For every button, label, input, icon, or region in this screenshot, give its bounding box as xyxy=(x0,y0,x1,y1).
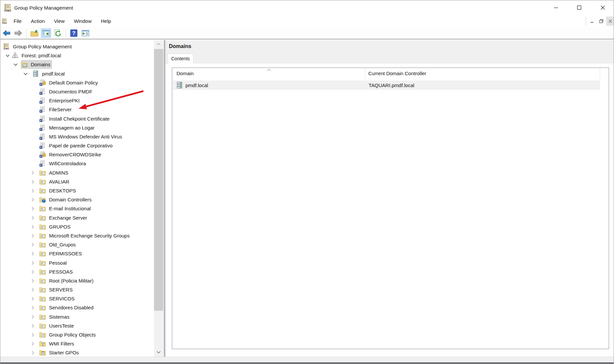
tree-item-enterprisepki[interactable]: EnterprisePKI xyxy=(0,96,153,105)
tree-item-group-policy-management[interactable]: Group Policy Management xyxy=(0,42,153,51)
tree-item-content[interactable]: Install Chekpoint Certificate xyxy=(39,114,111,123)
tree-item-group-policy-objects[interactable]: Group Policy Objects xyxy=(0,330,153,339)
tree-item-content[interactable]: Domains xyxy=(21,60,52,69)
tree-item-wmi-filters[interactable]: WMI Filters xyxy=(0,339,153,348)
menu-item-view[interactable]: View xyxy=(49,16,69,27)
tree-item-domain-controllers[interactable]: Domain Controllers xyxy=(0,195,153,204)
tree-item-permissoes[interactable]: PERMISSOES xyxy=(0,249,153,258)
scrollbar-up-button[interactable] xyxy=(154,40,163,48)
chevron-right-icon[interactable] xyxy=(29,233,36,239)
close-button[interactable] xyxy=(593,0,612,15)
tree-item-content[interactable]: Starter GPOs xyxy=(39,348,80,357)
tree-item-admins[interactable]: ADMINS xyxy=(0,168,153,177)
tree-item-content[interactable]: ADMINS xyxy=(39,168,70,177)
chevron-right-icon[interactable] xyxy=(29,250,36,257)
tree-item-content[interactable]: Group Policy Objects xyxy=(39,330,97,339)
menu-item-window[interactable]: Window xyxy=(69,16,96,27)
chevron-down-icon[interactable] xyxy=(4,52,11,59)
tree-item-content[interactable]: Old_Grupos xyxy=(39,240,77,249)
tree-item-wificontroladora[interactable]: WifiControladora xyxy=(0,159,153,168)
chevron-right-icon[interactable] xyxy=(29,323,36,329)
chevron-right-icon[interactable] xyxy=(29,295,36,302)
scrollbar-down-button[interactable] xyxy=(154,348,163,356)
tree-item-content[interactable]: Domain Controllers xyxy=(39,195,93,204)
tree-item-content[interactable]: Documentos PMDF xyxy=(39,87,94,96)
tree-item-servers[interactable]: SERVERS xyxy=(0,285,153,294)
chevron-right-icon[interactable] xyxy=(29,205,36,212)
tree-item-content[interactable]: Sistemas xyxy=(39,312,71,321)
child-restore-button[interactable] xyxy=(597,17,606,26)
tree-item-microsoft-exchange-security-groups[interactable]: Microsoft Exchange Security Groups xyxy=(0,231,153,240)
tree-item-usersteste[interactable]: UsersTeste xyxy=(0,321,153,330)
tree-item-content[interactable]: Papel de parede Corporativo xyxy=(39,141,114,150)
tree-item-content[interactable]: Microsoft Exchange Security Groups xyxy=(39,231,131,240)
tree-item-old-grupos[interactable]: Old_Grupos xyxy=(0,240,153,249)
tree-item-documentos-pmdf[interactable]: Documentos PMDF xyxy=(0,87,153,96)
tree-item-desktops[interactable]: DESKTOPS xyxy=(0,186,153,195)
help-button[interactable] xyxy=(69,28,79,38)
chevron-right-icon[interactable] xyxy=(29,349,36,356)
tree-item-root-policia-militar[interactable]: Root (Policia Militar) xyxy=(0,276,153,285)
tree-item-content[interactable]: AVALIAR xyxy=(39,177,71,186)
forward-button[interactable] xyxy=(13,28,23,38)
chevron-right-icon[interactable] xyxy=(29,224,36,230)
tree-item-content[interactable]: WMI Filters xyxy=(39,339,76,348)
tree-item-pessoal[interactable]: Pessoal xyxy=(0,258,153,267)
tree-item-content[interactable]: pmdf.local xyxy=(32,69,66,78)
tree-item-servicos[interactable]: SERVICOS xyxy=(0,294,153,303)
refresh-button[interactable] xyxy=(53,28,63,38)
tree-item-content[interactable]: Mensagem ao Logar xyxy=(39,123,96,132)
table-row[interactable]: pmdf.local TAQUARI.pmdf.local xyxy=(173,80,600,90)
chevron-right-icon[interactable] xyxy=(29,286,36,293)
chevron-right-icon[interactable] xyxy=(29,196,36,203)
chevron-down-icon[interactable] xyxy=(12,61,19,68)
tree-item-content[interactable]: Forest: pmdf.local xyxy=(12,51,63,60)
maximize-button[interactable] xyxy=(570,0,589,15)
tree-item-content[interactable]: Pessoal xyxy=(39,258,68,267)
tree-item-domains[interactable]: Domains xyxy=(0,60,153,69)
column-header-current-domain-controller[interactable]: Current Domain Controller xyxy=(365,68,600,79)
tab-contents[interactable]: Contents xyxy=(168,54,193,63)
tree-item-content[interactable]: Root (Policia Militar) xyxy=(39,276,95,285)
tree-item-content[interactable]: SERVERS xyxy=(39,285,74,294)
tree-item-content[interactable]: Exchange Server xyxy=(39,213,89,222)
tree-scrollbar[interactable] xyxy=(154,40,163,357)
tree-item-content[interactable]: UsersTeste xyxy=(39,321,76,330)
tree-item-content[interactable]: RemoverCROWDStrike xyxy=(39,150,103,159)
tree-item-content[interactable]: E-mail Institucional xyxy=(39,204,92,213)
chevron-right-icon[interactable] xyxy=(29,278,36,284)
tree-item-servidores-disabled[interactable]: Servidores Disabled xyxy=(0,303,153,312)
menu-item-help[interactable]: Help xyxy=(96,16,116,27)
child-close-button[interactable] xyxy=(606,17,614,26)
chevron-right-icon[interactable] xyxy=(29,332,36,338)
chevron-right-icon[interactable] xyxy=(29,314,36,320)
tree-item-content[interactable]: MS Windows Defender Anti Virus xyxy=(39,132,124,141)
export-list-button[interactable] xyxy=(29,28,39,38)
tree-item-content[interactable]: Group Policy Management xyxy=(3,42,74,51)
chevron-right-icon[interactable] xyxy=(29,260,36,266)
tree-item-pmdf-local[interactable]: pmdf.local xyxy=(0,69,153,78)
tree-item-install-chekpoint-certificate[interactable]: Install Chekpoint Certificate xyxy=(0,114,153,123)
tree-item-content[interactable]: WifiControladora xyxy=(39,159,88,168)
tree-item-content[interactable]: EnterprisePKI xyxy=(39,96,81,105)
tree-item-content[interactable]: DESKTOPS xyxy=(39,186,77,195)
chevron-right-icon[interactable] xyxy=(29,304,36,311)
show-action-pane-button[interactable] xyxy=(80,28,90,38)
tree-item-default-domain-policy[interactable]: Default Domain Policy xyxy=(0,78,153,87)
tree-item-papel-de-parede-corporativo[interactable]: Papel de parede Corporativo xyxy=(0,141,153,150)
tree-item-e-mail-institucional[interactable]: E-mail Institucional xyxy=(0,204,153,213)
tree-item-content[interactable]: Default Domain Policy xyxy=(39,78,100,87)
menu-item-action[interactable]: Action xyxy=(26,16,49,27)
minimize-button[interactable] xyxy=(546,0,566,15)
tree-item-content[interactable]: FileServer xyxy=(39,105,73,114)
menu-item-file[interactable]: File xyxy=(9,16,26,27)
tree-item-removercrowdstrike[interactable]: RemoverCROWDStrike xyxy=(0,150,153,159)
tree-item-content[interactable]: Servidores Disabled xyxy=(39,303,95,312)
tree-item-mensagem-ao-logar[interactable]: Mensagem ao Logar xyxy=(0,123,153,132)
chevron-right-icon[interactable] xyxy=(29,179,36,185)
tree-item-avaliar[interactable]: AVALIAR xyxy=(0,177,153,186)
tree-item-exchange-server[interactable]: Exchange Server xyxy=(0,213,153,222)
chevron-right-icon[interactable] xyxy=(29,340,36,347)
scrollbar-thumb[interactable] xyxy=(154,49,163,311)
tree-item-starter-gpos[interactable]: Starter GPOs xyxy=(0,348,153,357)
